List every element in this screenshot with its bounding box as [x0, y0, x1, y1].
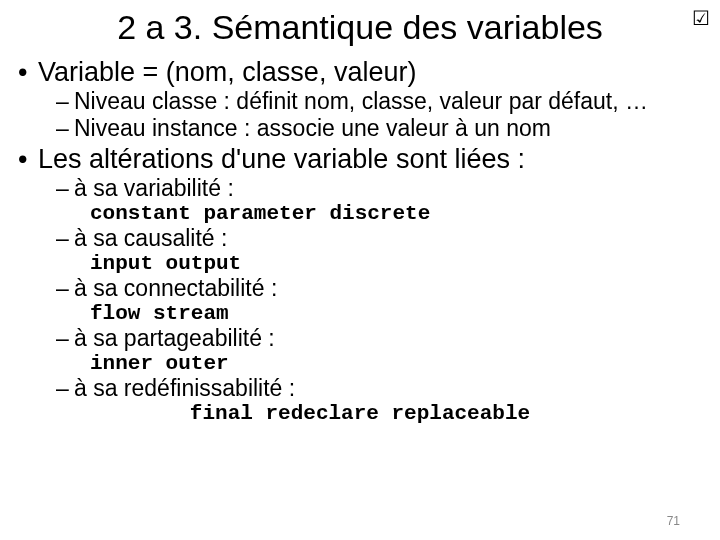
- dash-icon: –: [56, 175, 74, 202]
- subbullet-text: à sa partageabilité :: [74, 325, 275, 351]
- subbullet-partageabilite: –à sa partageabilité :: [56, 325, 702, 352]
- bullet-text: Les altérations d'une variable sont liée…: [38, 144, 525, 174]
- subbullet-connectabilite: –à sa connectabilité :: [56, 275, 702, 302]
- dash-icon: –: [56, 375, 74, 402]
- code-variabilite: constant parameter discrete: [90, 202, 702, 225]
- subbullet-text: à sa causalité :: [74, 225, 227, 251]
- bullet-alterations: •Les altérations d'une variable sont lié…: [18, 144, 702, 175]
- subbullet-text: à sa connectabilité :: [74, 275, 277, 301]
- code-connectabilite: flow stream: [90, 302, 702, 325]
- subbullet-text: Niveau instance : associe une valeur à u…: [74, 115, 551, 141]
- dash-icon: –: [56, 225, 74, 252]
- subbullet-niveau-instance: –Niveau instance : associe une valeur à …: [56, 115, 702, 142]
- bullet-dot-icon: •: [18, 57, 38, 88]
- dash-icon: –: [56, 88, 74, 115]
- subbullet-redefinissabilite: –à sa redéfinissabilité :: [56, 375, 702, 402]
- slide-body: •Variable = (nom, classe, valeur) –Nivea…: [0, 57, 720, 425]
- subbullet-text: Niveau classe : définit nom, classe, val…: [74, 88, 648, 114]
- code-redefinissabilite: final redeclare replaceable: [18, 402, 702, 425]
- bullet-dot-icon: •: [18, 144, 38, 175]
- bullet-text: Variable = (nom, classe, valeur): [38, 57, 416, 87]
- subbullet-niveau-classe: –Niveau classe : définit nom, classe, va…: [56, 88, 702, 115]
- subbullet-text: à sa redéfinissabilité :: [74, 375, 295, 401]
- code-partageabilite: inner outer: [90, 352, 702, 375]
- page-number: 71: [667, 514, 680, 528]
- subbullet-variabilite: –à sa variabilité :: [56, 175, 702, 202]
- dash-icon: –: [56, 275, 74, 302]
- subbullet-causalite: –à sa causalité :: [56, 225, 702, 252]
- bullet-variable-def: •Variable = (nom, classe, valeur): [18, 57, 702, 88]
- checkmark-icon: ☑: [692, 6, 710, 30]
- code-causalite: input output: [90, 252, 702, 275]
- dash-icon: –: [56, 325, 74, 352]
- dash-icon: –: [56, 115, 74, 142]
- slide: ☑ 2 a 3. Sémantique des variables •Varia…: [0, 0, 720, 540]
- slide-title: 2 a 3. Sémantique des variables: [0, 0, 720, 55]
- subbullet-text: à sa variabilité :: [74, 175, 234, 201]
